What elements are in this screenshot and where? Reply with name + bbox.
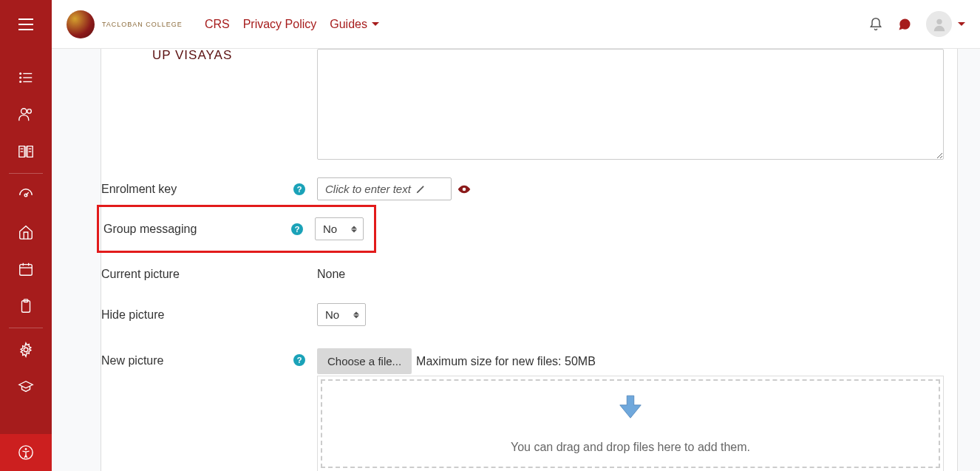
sidebar-item-home[interactable]	[0, 214, 52, 251]
sidebar-item-dashboard[interactable]	[0, 177, 52, 214]
form-container: Enrolment key ? Click to enter text Grou…	[101, 49, 958, 471]
main-content: Enrolment key ? Click to enter text Grou…	[52, 49, 980, 471]
nav-privacy[interactable]: Privacy Policy	[243, 18, 317, 31]
file-max-info: Maximum size for new files: 50MB	[416, 355, 596, 368]
notifications-button[interactable]	[868, 17, 883, 32]
topbar-right	[868, 11, 965, 37]
sidebar	[0, 0, 52, 471]
choose-file-button[interactable]: Choose a file...	[317, 348, 412, 374]
group-messaging-value: No	[323, 223, 337, 235]
hamburger-icon	[18, 18, 33, 30]
logo-text: UP VISAYAS TACLOBAN COLLEGE	[102, 20, 183, 28]
logo-icon	[67, 10, 95, 38]
clipboard-icon	[18, 298, 34, 314]
gauge-icon	[18, 187, 34, 203]
gear-icon	[18, 342, 34, 358]
hide-picture-select[interactable]: No	[317, 303, 366, 326]
svg-point-5	[20, 81, 21, 83]
sidebar-item-users[interactable]	[0, 96, 52, 133]
group-messaging-select[interactable]: No	[315, 217, 364, 240]
new-picture-row: New picture ? Choose a file... Maximum s…	[101, 344, 957, 471]
file-dropzone[interactable]: You can drag and drop files here to add …	[321, 379, 940, 468]
sidebar-nav	[0, 59, 52, 405]
nav-links: CRS Privacy Policy Guides	[205, 18, 379, 31]
eye-icon[interactable]	[457, 183, 471, 196]
arrow-down-icon	[615, 393, 646, 421]
current-picture-value: None	[317, 268, 345, 281]
enrolment-key-input[interactable]: Click to enter text	[317, 177, 452, 200]
current-picture-label: Current picture	[101, 268, 293, 281]
svg-point-24	[936, 18, 942, 24]
svg-point-4	[20, 77, 21, 78]
dropzone-text: You can drag and drop files here to add …	[511, 441, 750, 454]
sidebar-item-book[interactable]	[0, 133, 52, 170]
logo-area[interactable]: UP VISAYAS TACLOBAN COLLEGE	[67, 10, 183, 38]
calendar-icon	[18, 261, 34, 277]
users-icon	[18, 106, 34, 123]
accessibility-button[interactable]	[0, 434, 52, 471]
svg-point-7	[27, 109, 32, 114]
sidebar-item-clipboard[interactable]	[0, 288, 52, 325]
sidebar-divider	[9, 173, 43, 174]
caret-down-icon	[958, 22, 965, 26]
new-picture-label: New picture	[101, 348, 293, 367]
caret-down-icon	[372, 22, 379, 26]
hide-picture-label: Hide picture	[101, 308, 293, 322]
user-menu[interactable]	[926, 11, 965, 37]
list-icon	[18, 70, 34, 86]
description-row	[101, 49, 957, 173]
enrolment-key-row: Enrolment key ? Click to enter text	[101, 173, 957, 205]
avatar	[926, 11, 952, 37]
sidebar-divider	[9, 328, 43, 328]
svg-point-3	[20, 73, 21, 75]
svg-point-6	[21, 109, 27, 114]
svg-point-21	[24, 348, 28, 352]
graduation-cap-icon	[18, 379, 34, 395]
select-arrows-icon	[351, 226, 357, 232]
pencil-icon	[415, 184, 426, 194]
hide-picture-value: No	[325, 308, 339, 321]
home-icon	[18, 224, 34, 240]
select-arrows-icon	[353, 311, 359, 318]
help-icon[interactable]: ?	[291, 223, 303, 235]
enrolment-key-placeholder: Click to enter text	[325, 183, 411, 195]
description-textarea[interactable]	[317, 49, 944, 160]
enrolment-key-label: Enrolment key	[101, 183, 293, 196]
accessibility-icon	[18, 444, 34, 461]
chat-icon	[896, 17, 913, 32]
svg-point-23	[25, 448, 27, 450]
bell-icon	[868, 17, 883, 32]
help-icon[interactable]: ?	[293, 354, 305, 366]
messages-button[interactable]	[896, 17, 913, 32]
svg-rect-15	[20, 265, 33, 276]
svg-point-25	[463, 187, 466, 191]
book-icon	[18, 143, 34, 160]
current-picture-row: Current picture None	[101, 259, 957, 290]
dropzone-wrapper: You can drag and drop files here to add …	[317, 376, 944, 471]
help-icon[interactable]: ?	[293, 183, 305, 195]
nav-crs[interactable]: CRS	[205, 18, 230, 31]
user-icon	[931, 16, 947, 33]
group-messaging-highlight: Group messaging ? No	[97, 205, 376, 253]
sidebar-item-list[interactable]	[0, 59, 52, 96]
nav-guides-label: Guides	[330, 18, 367, 31]
sidebar-item-academics[interactable]	[0, 368, 52, 405]
sidebar-item-calendar[interactable]	[0, 251, 52, 288]
hide-picture-row: Hide picture No	[101, 299, 957, 331]
topbar: UP VISAYAS TACLOBAN COLLEGE CRS Privacy …	[52, 0, 980, 49]
nav-guides[interactable]: Guides	[330, 18, 379, 31]
brand-sub: TACLOBAN COLLEGE	[102, 21, 183, 28]
hamburger-menu[interactable]	[0, 0, 52, 49]
sidebar-item-settings[interactable]	[0, 331, 52, 368]
group-messaging-label: Group messaging	[103, 223, 291, 236]
